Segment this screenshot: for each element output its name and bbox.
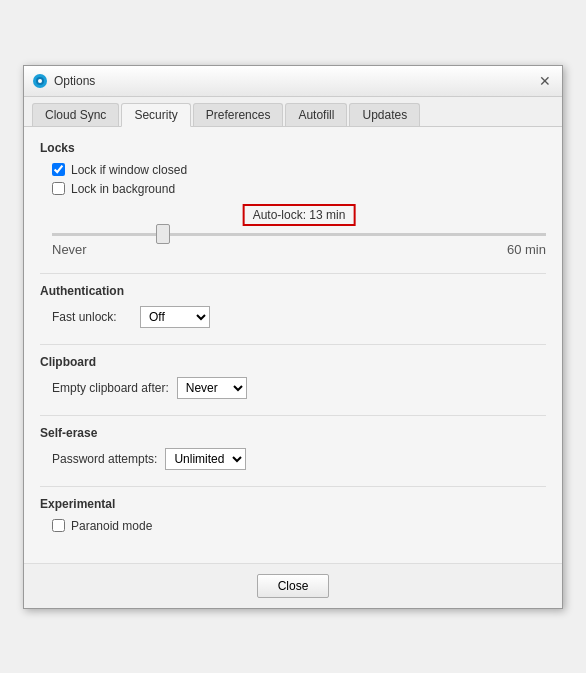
title-bar: Options ✕ [24,66,562,97]
paranoid-row: Paranoid mode [52,519,546,533]
clipboard-section: Clipboard Empty clipboard after: Never 1… [40,355,546,399]
options-window: Options ✕ Cloud Sync Security Preference… [23,65,563,609]
clipboard-section-title: Clipboard [40,355,546,369]
autolock-badge: Auto-lock: 13 min [243,204,356,226]
slider-wrapper [52,224,546,239]
fast-unlock-dropdown[interactable]: Off On [140,306,210,328]
tab-bar: Cloud Sync Security Preferences Autofill… [24,97,562,127]
lock-background-row: Lock in background [52,182,546,196]
auth-section-body: Fast unlock: Off On [40,306,546,328]
fast-unlock-label: Fast unlock: [52,310,132,324]
divider-2 [40,344,546,345]
footer: Close [24,563,562,608]
lock-background-checkbox[interactable] [52,182,65,195]
password-attempts-dropdown[interactable]: Unlimited 3 5 10 [165,448,246,470]
paranoid-mode-label: Paranoid mode [71,519,152,533]
clipboard-section-body: Empty clipboard after: Never 10 sec 30 s… [40,377,546,399]
window-title: Options [54,74,95,88]
locks-section: Locks Lock if window closed Lock in back… [40,141,546,257]
divider-3 [40,415,546,416]
autolock-slider[interactable] [52,233,546,236]
content-area: Locks Lock if window closed Lock in back… [24,127,562,563]
tab-preferences[interactable]: Preferences [193,103,284,126]
tab-updates[interactable]: Updates [349,103,420,126]
tab-cloud-sync[interactable]: Cloud Sync [32,103,119,126]
svg-point-2 [38,79,42,83]
locks-section-title: Locks [40,141,546,155]
app-icon [32,73,48,89]
slider-min-label: Never [52,242,87,257]
empty-clipboard-label: Empty clipboard after: [52,381,169,395]
clipboard-row: Empty clipboard after: Never 10 sec 30 s… [52,377,546,399]
locks-section-body: Lock if window closed Lock in background… [40,163,546,257]
paranoid-mode-checkbox[interactable] [52,519,65,532]
title-bar-left: Options [32,73,95,89]
lock-window-label: Lock if window closed [71,163,187,177]
authentication-section: Authentication Fast unlock: Off On [40,284,546,328]
experimental-title: Experimental [40,497,546,511]
divider-4 [40,486,546,487]
divider-1 [40,273,546,274]
close-button[interactable]: Close [257,574,330,598]
password-attempts-row: Password attempts: Unlimited 3 5 10 [52,448,546,470]
self-erase-title: Self-erase [40,426,546,440]
lock-window-row: Lock if window closed [52,163,546,177]
fast-unlock-row: Fast unlock: Off On [52,306,546,328]
tab-security[interactable]: Security [121,103,190,127]
lock-window-checkbox[interactable] [52,163,65,176]
empty-clipboard-dropdown[interactable]: Never 10 sec 30 sec 1 min [177,377,247,399]
self-erase-section: Self-erase Password attempts: Unlimited … [40,426,546,470]
auth-section-title: Authentication [40,284,546,298]
self-erase-body: Password attempts: Unlimited 3 5 10 [40,448,546,470]
tab-autofill[interactable]: Autofill [285,103,347,126]
lock-background-label: Lock in background [71,182,175,196]
window-close-button[interactable]: ✕ [536,72,554,90]
slider-max-label: 60 min [507,242,546,257]
experimental-body: Paranoid mode [40,519,546,533]
password-attempts-label: Password attempts: [52,452,157,466]
experimental-section: Experimental Paranoid mode [40,497,546,533]
